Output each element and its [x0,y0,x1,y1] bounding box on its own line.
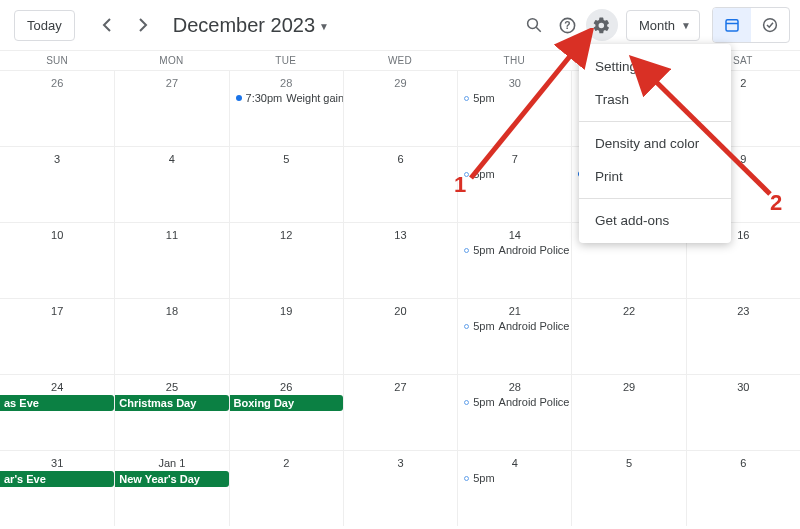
allday-event[interactable]: as Eve [0,395,114,411]
date-number: 30 [687,375,800,393]
date-number: 4 [458,451,571,469]
day-cell[interactable]: 287:30pm Weight gain! [229,70,343,146]
event-time: 5pm [473,92,494,104]
day-cell[interactable]: 26Boxing Day [229,374,343,450]
event[interactable]: 5pm [458,471,571,485]
day-cell[interactable]: 5 [229,146,343,222]
date-number: 28 [458,375,571,393]
day-cell[interactable]: 25Christmas Day [114,374,228,450]
day-cell[interactable]: 17 [0,298,114,374]
settings-dropdown: Settings Trash Density and color Print G… [579,44,731,243]
date-number: 14 [458,223,571,241]
day-cell[interactable]: 20 [343,298,457,374]
day-cell[interactable]: 5 [571,450,685,526]
event-time: 5pm [473,396,494,408]
day-cell[interactable]: 215pm Android Police all har [457,298,571,374]
event[interactable]: 5pm Android Police all har [458,395,571,409]
dow-thu: THU [457,51,571,70]
date-number: 19 [230,299,343,317]
day-cell[interactable]: 11 [114,222,228,298]
day-cell[interactable]: 27 [343,374,457,450]
date-number: 3 [0,147,114,165]
next-month-button[interactable] [127,9,159,41]
tasks-view-toggle[interactable] [751,8,789,42]
date-number: 28 [230,71,343,89]
settings-gear-button[interactable] [586,9,618,41]
day-cell[interactable]: 12 [229,222,343,298]
dropdown-separator [579,198,731,199]
date-number: 23 [687,299,800,317]
date-number: 24 [0,375,114,393]
allday-event[interactable]: Boxing Day [230,395,343,411]
event[interactable]: 5pm Android Police all har [458,243,571,257]
dropdown-print[interactable]: Print [579,160,731,193]
date-number: 5 [230,147,343,165]
month-title[interactable]: December 2023 ▼ [173,14,329,37]
date-number: 22 [572,299,685,317]
day-cell[interactable]: 305pm [457,70,571,146]
date-number: 31 [0,451,114,469]
day-cell[interactable]: 29 [343,70,457,146]
day-cell[interactable]: 2 [229,450,343,526]
prev-month-button[interactable] [91,9,123,41]
help-button[interactable]: ? [552,9,584,41]
date-number: 6 [687,451,800,469]
day-cell[interactable]: 285pm Android Police all har [457,374,571,450]
day-cell[interactable]: 19 [229,298,343,374]
day-cell[interactable]: 4 [114,146,228,222]
svg-point-0 [528,19,538,29]
event[interactable]: 7:30pm Weight gain! [230,91,343,105]
day-cell[interactable]: 31ar's Eve [0,450,114,526]
date-number: 6 [344,147,457,165]
date-number: Jan 1 [115,451,228,469]
date-number: 7 [458,147,571,165]
event-title: Android Police all har [499,396,572,408]
calendar-view-toggle[interactable] [713,8,751,42]
event-dot-icon [464,96,469,101]
day-cell[interactable]: 6 [686,450,800,526]
event-dot-icon [236,95,242,101]
day-cell[interactable]: 13 [343,222,457,298]
day-cell[interactable]: 23 [686,298,800,374]
allday-event[interactable]: Christmas Day [115,395,228,411]
date-number: 27 [115,71,228,89]
day-cell[interactable]: 24as Eve [0,374,114,450]
day-cell[interactable]: 10 [0,222,114,298]
view-select[interactable]: Month ▼ [626,10,700,41]
date-number: 5 [572,451,685,469]
day-cell[interactable]: 45pm [457,450,571,526]
svg-rect-4 [726,20,738,31]
event[interactable]: 5pm [458,91,571,105]
date-number: 2 [230,451,343,469]
day-cell[interactable]: 75pm [457,146,571,222]
allday-event[interactable]: ar's Eve [0,471,114,487]
day-cell[interactable]: 27 [114,70,228,146]
search-button[interactable] [518,9,550,41]
day-cell[interactable]: 6 [343,146,457,222]
nav-arrows [91,9,159,41]
event[interactable]: 5pm [458,167,571,181]
date-number: 25 [115,375,228,393]
dropdown-trash[interactable]: Trash [579,83,731,116]
dropdown-density[interactable]: Density and color [579,127,731,160]
day-cell[interactable]: 18 [114,298,228,374]
header: Today December 2023 ▼ ? Month ▼ [0,0,800,50]
day-cell[interactable]: 30 [686,374,800,450]
date-number: 27 [344,375,457,393]
dropdown-addons[interactable]: Get add-ons [579,204,731,237]
day-cell[interactable]: 3 [343,450,457,526]
chevron-down-icon: ▼ [319,21,329,32]
day-cell[interactable]: 22 [571,298,685,374]
chevron-down-icon: ▼ [681,20,691,31]
event[interactable]: 5pm Android Police all har [458,319,571,333]
day-cell[interactable]: 145pm Android Police all har [457,222,571,298]
today-button[interactable]: Today [14,10,75,41]
day-cell[interactable]: 29 [571,374,685,450]
month-title-text: December 2023 [173,14,315,37]
dropdown-settings[interactable]: Settings [579,50,731,83]
date-number: 30 [458,71,571,89]
day-cell[interactable]: 26 [0,70,114,146]
day-cell[interactable]: 3 [0,146,114,222]
day-cell[interactable]: Jan 1New Year's Day [114,450,228,526]
allday-event[interactable]: New Year's Day [115,471,228,487]
